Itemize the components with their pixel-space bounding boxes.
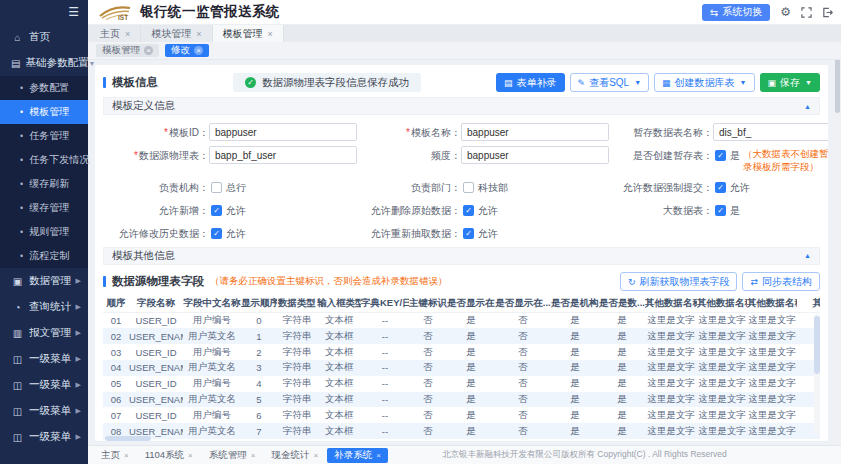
table-cell: 这里是文字 (697, 313, 747, 329)
workspace-tab[interactable]: 模块管理× (141, 25, 212, 42)
table-row[interactable]: 06USER_ENAME用户英文名5字符串文本框--否是否是是这里是文字这里是文… (103, 392, 820, 408)
sidebar-item[interactable]: •任务管理 (0, 124, 88, 148)
checkbox[interactable]: ✓ (715, 205, 726, 216)
definition-section-bar: 模板定义信息 ▲ (103, 97, 820, 115)
checkbox[interactable] (463, 182, 474, 193)
close-icon[interactable]: × (188, 451, 193, 460)
checkbox-label: 是 (730, 146, 740, 163)
form-input[interactable] (713, 123, 828, 141)
fullscreen-icon[interactable] (801, 7, 812, 18)
bottom-tab[interactable]: 补录系统× (327, 448, 388, 463)
close-icon[interactable]: × (376, 451, 381, 460)
table-row[interactable]: 03USER_ID用户编号2字符串文本框--否是否是是这里是文字这里是文字这里是… (103, 344, 820, 360)
table-cell: 2 (241, 344, 277, 360)
table-cell: 是 (551, 360, 599, 376)
sidebar-item[interactable]: •缓存刷新 (0, 172, 88, 196)
sidebar-item[interactable]: ⌂首页 (0, 24, 88, 50)
workspace-tab[interactable]: 模板管理× (213, 25, 284, 42)
sidebar-item[interactable]: •任务下发情况 (0, 148, 88, 172)
table-vertical-scrollbar[interactable] (814, 314, 820, 435)
db-button[interactable]: ▦创建数据库表▼ (654, 73, 754, 92)
form-field-empty (609, 222, 828, 243)
table-row[interactable]: 05USER_ID用户编号4字符串文本框--否是否是是这里是文字这里是文字这里是… (103, 376, 820, 392)
page-scrollbar[interactable] (834, 25, 841, 445)
form-input[interactable] (209, 146, 357, 164)
system-switch-button[interactable]: ⇆ 系统切换 (702, 4, 770, 21)
form-input[interactable] (461, 123, 609, 141)
sidebar-item[interactable]: ▣数据管理▶ (0, 268, 88, 294)
table-header-row: 顺序字段名称字段中文名称显示顺序数据类型输入框类型字典KEY/日...主键标识是… (103, 296, 820, 313)
sidebar-item[interactable]: •参数配置 (0, 76, 88, 100)
table-row[interactable]: 07USER_ID用户编号6字符串文本框--否是否是是这里是文字这里是文字这里是… (103, 407, 820, 423)
table-cell: -- (361, 376, 409, 392)
workspace-tab-label: 模板管理 (223, 27, 263, 41)
form-field-label: *模板ID： (105, 123, 209, 140)
table-cell: 是 (551, 376, 599, 392)
breadcrumb-chip[interactable]: 模板管理× (96, 44, 159, 57)
table-row[interactable]: 04USER_ENAME用户英文名3字符串文本框--否是否是是这里是文字这里是文… (103, 360, 820, 376)
logout-icon[interactable] (822, 7, 833, 18)
bottom-tab-label: 补录系统 (334, 449, 372, 462)
table-cell: 文本框 (317, 407, 361, 423)
close-icon[interactable]: × (251, 451, 256, 460)
checkbox[interactable]: ✓ (211, 228, 222, 239)
close-icon[interactable]: × (144, 46, 153, 55)
save-button[interactable]: ▣保存▼ (760, 73, 820, 92)
table-cell: 是 (447, 376, 495, 392)
collapse-section-icon[interactable]: ▲ (804, 252, 811, 259)
refresh-button[interactable]: ↻刷新获取物理表字段 (620, 272, 738, 291)
table-cell: 1 (241, 328, 277, 344)
checkbox[interactable] (211, 182, 222, 193)
sidebar-item[interactable]: ▥报文管理▶ (0, 320, 88, 346)
table-row[interactable]: 01USER_ID用户编号0字符串文本框--否是否是是这里是文字这里是文字这里是… (103, 313, 820, 329)
table-cell: 字符串 (277, 376, 317, 392)
sidebar-item[interactable]: ◫一级菜单▶ (0, 372, 88, 398)
sql-button[interactable]: ✎查看SQL▼ (570, 73, 650, 92)
form-input[interactable] (209, 123, 357, 141)
template-panel-title: 模板信息 (103, 75, 158, 90)
table-cell: -- (361, 328, 409, 344)
close-icon[interactable]: × (268, 29, 273, 39)
bottom-tab[interactable]: 1104系统× (138, 448, 200, 463)
sidebar-item[interactable]: ◔查询统计▶ (0, 294, 88, 320)
sidebar-item[interactable]: ▤基础参数配置▼ (0, 50, 88, 76)
table-row[interactable]: 02USER_ENAME用户英文名1字符串文本框--否是否是是这里是文字这里是文… (103, 328, 820, 344)
close-icon[interactable]: × (194, 46, 203, 55)
sidebar-item[interactable]: ◫一级菜单▶ (0, 346, 88, 372)
checkbox[interactable]: ✓ (715, 182, 726, 193)
bottom-tab[interactable]: 主页× (94, 448, 136, 463)
column-header: 主键标识 (409, 296, 447, 313)
form-field: 暂存数据表名称： (609, 121, 828, 142)
column-header: 显示顺序 (241, 296, 277, 313)
template-panel-header: 模板信息 ✓ 数据源物理表字段信息保存成功 ▤表单补录✎查看SQL▼▦创建数据库… (103, 70, 820, 95)
checkbox-label: 允许 (226, 201, 246, 218)
menu-icon: ◫ (11, 406, 24, 417)
bottom-tab-label: 现金统计 (271, 449, 309, 462)
breadcrumb-chip[interactable]: 修改× (165, 44, 209, 57)
close-icon[interactable]: × (125, 29, 130, 39)
bottom-tab[interactable]: 现金统计× (264, 448, 325, 463)
checkbox[interactable]: ✓ (211, 205, 222, 216)
sidebar-item[interactable]: ◫一级菜单▶ (0, 398, 88, 424)
sidebar-item[interactable]: •规则管理 (0, 220, 88, 244)
table-horizontal-scrollbar[interactable] (103, 436, 820, 441)
sidebar-item[interactable]: •模板管理 (0, 100, 88, 124)
form-field: 允许修改历史数据：✓允许 (105, 222, 357, 243)
gear-icon[interactable]: ⚙ (780, 6, 791, 18)
form-input[interactable] (461, 146, 609, 164)
collapse-section-icon[interactable]: ▲ (804, 103, 811, 110)
form-button[interactable]: ▤表单补录 (496, 73, 565, 92)
close-icon[interactable]: × (124, 451, 129, 460)
close-icon[interactable]: × (313, 451, 318, 460)
sync-button[interactable]: ⇄同步表结构 (742, 272, 820, 291)
checkbox[interactable]: ✓ (463, 228, 474, 239)
bottom-tab[interactable]: 系统管理× (202, 448, 263, 463)
sidebar-item[interactable]: •缓存管理 (0, 196, 88, 220)
close-icon[interactable]: × (196, 29, 201, 39)
workspace-tab[interactable]: 主页× (90, 25, 141, 42)
checkbox[interactable]: ✓ (715, 150, 726, 161)
sidebar-item[interactable]: ◫一级菜单▶ (0, 424, 88, 450)
checkbox[interactable]: ✓ (463, 205, 474, 216)
collapse-sidebar-icon[interactable]: ☰ (68, 5, 79, 19)
sidebar-item[interactable]: •流程定制 (0, 244, 88, 268)
